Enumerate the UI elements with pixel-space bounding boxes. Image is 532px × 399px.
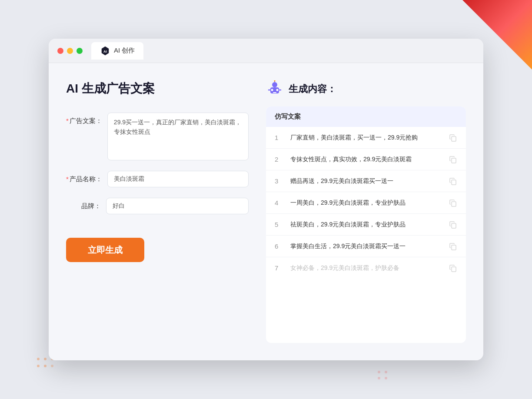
ad-copy-input[interactable]: 29.9买一送一，真正的厂家直销，美白淡斑霜，专抹女性斑点 [107,113,249,160]
row-text: 一周美白，29.9元美白淡斑霜，专业护肤品 [290,198,442,207]
brand-input[interactable] [106,198,249,214]
table-row: 4 一周美白，29.9元美白淡斑霜，专业护肤品 [266,192,466,214]
result-table: 仿写文案 1 厂家直销，美白淡斑霜，买一送一，29.9元抢购 2 专抹女性斑点，… [266,106,466,343]
row-number: 4 [275,199,283,206]
minimize-button[interactable] [67,48,73,54]
product-name-required: * [66,175,69,183]
copy-icon[interactable] [449,242,457,251]
close-button[interactable] [57,48,63,54]
left-panel: AI 生成广告文案 *广告文案： 29.9买一送一，真正的厂家直销，美白淡斑霜，… [66,80,249,343]
table-row: 1 厂家直销，美白淡斑霜，买一送一，29.9元抢购 [266,127,466,149]
result-title: 生成内容： [289,83,336,96]
svg-point-9 [385,377,387,379]
row-number: 6 [275,243,283,250]
table-header: 仿写文案 [266,106,466,127]
bg-dots-right [376,369,402,382]
row-text: 厂家直销，美白淡斑霜，买一送一，29.9元抢购 [290,133,442,142]
svg-point-14 [271,89,273,91]
page-title: AI 生成广告文案 [66,80,249,97]
copy-icon[interactable] [449,264,457,273]
svg-text:AI: AI [103,50,107,53]
svg-rect-24 [452,202,456,206]
svg-point-12 [272,82,277,87]
row-text: 祛斑美白，29.9元美白淡斑霜，专业护肤品 [290,220,442,229]
svg-rect-22 [452,158,456,163]
svg-point-2 [37,365,40,367]
product-name-group: *产品名称： [66,171,249,187]
row-text: 专抹女性斑点，真实功效，29.9元美白淡斑霜 [290,155,442,164]
ai-logo-icon: AI [100,46,110,56]
traffic-lights [57,48,83,54]
row-number: 5 [275,221,283,228]
svg-rect-21 [452,136,456,141]
result-rows: 1 厂家直销，美白淡斑霜，买一送一，29.9元抢购 2 专抹女性斑点，真实功效，… [266,127,466,279]
svg-point-5 [51,365,53,367]
svg-point-1 [44,358,47,360]
svg-point-7 [385,371,387,373]
ad-copy-required: * [66,117,69,124]
copy-icon[interactable] [449,155,457,164]
copy-icon[interactable] [449,177,457,186]
copy-icon[interactable] [449,220,457,229]
maximize-button[interactable] [76,48,83,54]
active-tab[interactable]: AI AI 创作 [91,42,143,60]
table-row: 2 专抹女性斑点，真实功效，29.9元美白淡斑霜 [266,149,466,170]
ad-copy-label: *广告文案： [66,113,102,125]
svg-point-3 [44,365,47,367]
svg-rect-16 [273,92,276,93]
robot-icon [266,80,283,98]
tab-label: AI 创作 [114,47,135,55]
row-number: 2 [275,156,283,163]
main-content: AI 生成广告文案 *广告文案： 29.9买一送一，真正的厂家直销，美白淡斑霜，… [49,63,483,360]
ad-copy-group: *广告文案： 29.9买一送一，真正的厂家直销，美白淡斑霜，专抹女性斑点 [66,113,249,160]
svg-rect-27 [452,267,456,272]
generate-button[interactable]: 立即生成 [66,238,144,262]
svg-point-8 [378,377,380,379]
svg-rect-26 [452,245,456,250]
row-number: 3 [275,177,283,185]
svg-point-15 [276,89,279,91]
copy-icon[interactable] [449,199,457,207]
row-number: 7 [275,264,283,272]
table-row: 6 掌握美白生活，29.9元美白淡斑霜买一送一 [266,236,466,257]
table-row: 3 赠品再送，29.9元美白淡斑霜买一送一 [266,170,466,192]
svg-rect-25 [452,223,456,228]
product-name-input[interactable] [107,171,249,187]
right-panel: 生成内容： 仿写文案 1 厂家直销，美白淡斑霜，买一送一，29.9元抢购 2 专… [266,80,466,343]
svg-point-6 [378,371,380,373]
title-bar: AI AI 创作 [49,39,483,63]
product-name-label: *产品名称： [66,171,102,183]
row-text: 赠品再送，29.9元美白淡斑霜买一送一 [290,176,442,186]
svg-point-18 [274,80,276,82]
brand-label: 品牌： [66,198,101,210]
table-row: 7 女神必备，29.9元美白淡斑霜，护肤必备 [266,257,466,279]
result-header: 生成内容： [266,80,466,98]
row-text: 女神必备，29.9元美白淡斑霜，护肤必备 [290,263,442,273]
row-text: 掌握美白生活，29.9元美白淡斑霜买一送一 [290,242,442,251]
row-number: 1 [275,134,283,141]
brand-group: 品牌： [66,198,249,214]
svg-point-0 [37,358,40,360]
table-row: 5 祛斑美白，29.9元美白淡斑霜，专业护肤品 [266,214,466,236]
copy-icon[interactable] [449,133,457,142]
browser-window: AI AI 创作 AI 生成广告文案 *广告文案： 29.9买一送一，真正的厂家… [49,39,483,360]
svg-rect-23 [452,180,456,185]
